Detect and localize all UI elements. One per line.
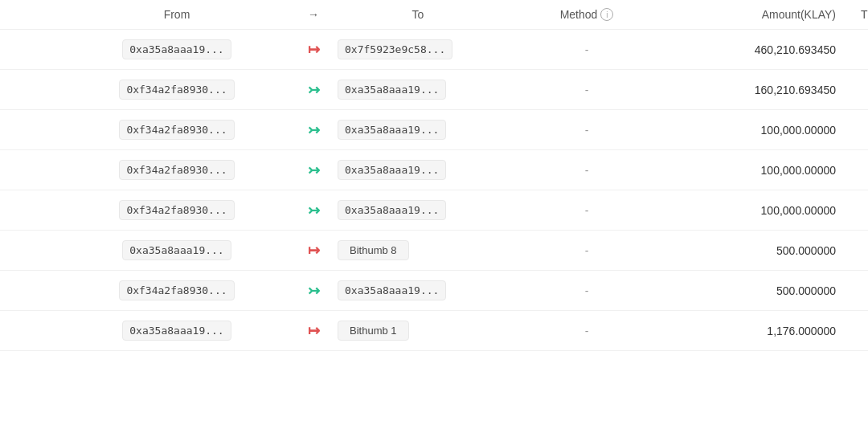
header-to: To xyxy=(338,8,498,21)
arrow-out-icon: ↦ xyxy=(308,41,320,59)
arrow-out-icon: ↦ xyxy=(308,322,320,340)
arrow-in-icon: ↣ xyxy=(308,81,320,99)
to-cell: 0xa35a8aaa19... xyxy=(338,200,498,220)
to-address-badge[interactable]: 0xa35a8aaa19... xyxy=(338,120,446,140)
to-cell: Bithumb 8 xyxy=(338,240,498,260)
to-address-badge[interactable]: 0xa35a8aaa19... xyxy=(338,80,446,100)
arrow-in-icon: ↣ xyxy=(308,121,320,139)
arrow-cell: ↦ xyxy=(289,322,338,340)
from-address-badge[interactable]: 0xa35a8aaa19... xyxy=(122,321,231,341)
amount-cell: 460,210.693450 xyxy=(675,43,836,56)
header-tx: TX xyxy=(836,8,868,21)
amount-cell: 100,000.00000 xyxy=(675,124,836,137)
table-row: 0xa35a8aaa19... ↦ Bithumb 8 - 500.000000 xyxy=(0,231,868,271)
to-cell: Bithumb 1 xyxy=(338,321,498,341)
to-address-badge[interactable]: 0xa35a8aaa19... xyxy=(338,280,446,300)
arrow-in-icon: ↣ xyxy=(308,282,320,300)
to-named-badge[interactable]: Bithumb 8 xyxy=(338,240,409,260)
to-address-badge[interactable]: 0xa35a8aaa19... xyxy=(338,200,446,220)
method-cell: - xyxy=(498,284,675,297)
arrow-cell: ↣ xyxy=(289,81,338,99)
from-address-badge[interactable]: 0xf34a2fa8930... xyxy=(119,120,234,140)
method-cell: - xyxy=(498,244,675,257)
header-arrow: → xyxy=(289,8,338,21)
table-row: 0xf34a2fa8930... ↣ 0xa35a8aaa19... - 100… xyxy=(0,110,868,150)
arrow-cell: ↣ xyxy=(289,282,338,300)
amount-cell: 100,000.00000 xyxy=(675,204,836,217)
arrow-cell: ↣ xyxy=(289,202,338,219)
amount-cell: 100,000.00000 xyxy=(675,164,836,177)
to-cell: 0xa35a8aaa19... xyxy=(338,120,498,140)
method-cell: - xyxy=(498,164,675,177)
method-info-icon: i xyxy=(600,8,613,21)
table-row: 0xa35a8aaa19... ↦ Bithumb 1 - 1,176.0000… xyxy=(0,311,868,351)
table-header: From → To Method i Amount(KLAY) TX xyxy=(0,0,868,30)
to-address-badge[interactable]: 0xa35a8aaa19... xyxy=(338,160,446,180)
header-method: Method i xyxy=(498,8,675,21)
from-address-badge[interactable]: 0xa35a8aaa19... xyxy=(122,39,231,59)
amount-cell: 500.000000 xyxy=(675,244,836,257)
to-named-badge[interactable]: Bithumb 1 xyxy=(338,321,409,341)
to-cell: 0xa35a8aaa19... xyxy=(338,160,498,180)
from-address-badge[interactable]: 0xf34a2fa8930... xyxy=(119,80,234,100)
header-amount: Amount(KLAY) xyxy=(675,8,836,21)
method-cell: - xyxy=(498,204,675,217)
arrow-in-icon: ↣ xyxy=(308,161,320,179)
arrow-cell: ↣ xyxy=(289,161,338,179)
method-cell: - xyxy=(498,325,675,337)
from-address-badge[interactable]: 0xa35a8aaa19... xyxy=(122,240,231,260)
table-row: 0xf34a2fa8930... ↣ 0xa35a8aaa19... - 100… xyxy=(0,150,868,190)
from-address-badge[interactable]: 0xf34a2fa8930... xyxy=(119,160,234,180)
method-cell: - xyxy=(498,84,675,96)
transactions-table: From → To Method i Amount(KLAY) TX 0xa35… xyxy=(0,0,868,351)
header-from: From xyxy=(64,8,289,21)
arrow-out-icon: ↦ xyxy=(308,242,320,259)
method-cell: - xyxy=(498,124,675,137)
amount-cell: 500.000000 xyxy=(675,284,836,297)
to-cell: 0xa35a8aaa19... xyxy=(338,80,498,100)
arrow-cell: ↣ xyxy=(289,121,338,139)
table-row: 0xa35a8aaa19... ↦ 0x7f5923e9c58... - 460… xyxy=(0,30,868,70)
to-address-badge[interactable]: 0x7f5923e9c58... xyxy=(338,39,452,59)
from-address-badge[interactable]: 0xf34a2fa8930... xyxy=(119,200,234,220)
amount-cell: 1,176.000000 xyxy=(675,325,836,337)
table-row: 0xf34a2fa8930... ↣ 0xa35a8aaa19... - 100… xyxy=(0,190,868,231)
arrow-cell: ↦ xyxy=(289,41,338,59)
table-row: 0xf34a2fa8930... ↣ 0xa35a8aaa19... - 160… xyxy=(0,70,868,110)
arrow-cell: ↦ xyxy=(289,242,338,259)
from-address-badge[interactable]: 0xf34a2fa8930... xyxy=(119,280,234,300)
table-body: 0xa35a8aaa19... ↦ 0x7f5923e9c58... - 460… xyxy=(0,30,868,351)
method-cell: - xyxy=(498,43,675,56)
to-cell: 0x7f5923e9c58... xyxy=(338,39,498,59)
to-cell: 0xa35a8aaa19... xyxy=(338,280,498,300)
arrow-in-icon: ↣ xyxy=(308,202,320,219)
table-row: 0xf34a2fa8930... ↣ 0xa35a8aaa19... - 500… xyxy=(0,271,868,311)
amount-cell: 160,210.693450 xyxy=(675,84,836,96)
